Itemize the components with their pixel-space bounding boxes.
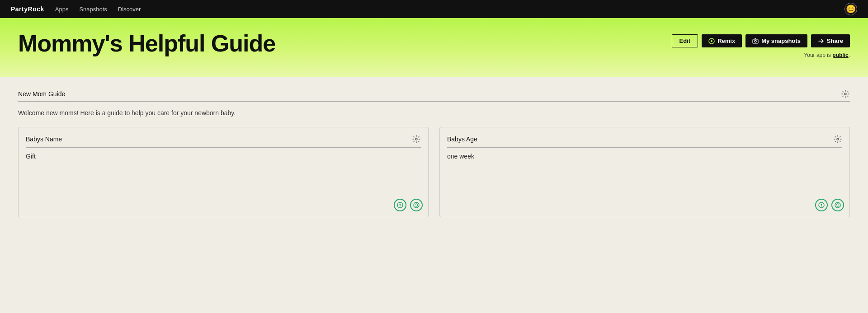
- svg-point-11: [835, 202, 840, 208]
- svg-point-7: [414, 202, 419, 208]
- nav-link-apps[interactable]: Apps: [55, 6, 69, 13]
- babys-age-generate-icon[interactable]: [831, 199, 844, 211]
- guide-label-row: New Mom Guide: [18, 89, 850, 102]
- guide-settings-icon[interactable]: [841, 89, 850, 98]
- app-status: Your app is public.: [804, 52, 850, 58]
- guide-text: Welcome new moms! Here is a guide to hel…: [18, 106, 850, 120]
- babys-name-card: Babys Name Gift: [18, 127, 429, 217]
- navbar: PartyRock Apps Snapshots Discover 😊: [0, 0, 868, 18]
- babys-age-label: Babys Age: [447, 135, 477, 143]
- remix-icon: [708, 38, 715, 44]
- svg-rect-10: [821, 206, 822, 207]
- babys-name-label-row: Babys Name: [26, 135, 421, 148]
- edit-button[interactable]: Edit: [672, 34, 698, 47]
- svg-rect-6: [400, 206, 401, 207]
- babys-name-label: Babys Name: [26, 135, 62, 143]
- share-icon: [818, 38, 824, 44]
- babys-age-card: Babys Age one week: [439, 127, 850, 217]
- nav-link-discover[interactable]: Discover: [118, 6, 141, 13]
- babys-age-value: one week: [447, 153, 474, 160]
- babys-name-footer: [394, 199, 423, 211]
- svg-point-2: [755, 40, 756, 42]
- user-avatar[interactable]: 😊: [844, 3, 857, 15]
- main-content: New Mom Guide Welcome new moms! Here is …: [0, 77, 868, 230]
- svg-point-4: [415, 138, 417, 140]
- svg-rect-1: [753, 39, 758, 43]
- hero-actions: Edit Remix My snapshots: [672, 31, 850, 58]
- guide-widget: New Mom Guide Welcome new moms! Here is …: [18, 89, 850, 120]
- page-title: Mommy's Helpful Guide: [18, 31, 275, 56]
- public-status-link[interactable]: public: [832, 52, 848, 58]
- babys-age-settings-icon[interactable]: [833, 135, 842, 144]
- babys-age-label-row: Babys Age: [447, 135, 842, 148]
- camera-icon: [752, 38, 759, 44]
- avatar-icon: 😊: [846, 5, 856, 13]
- babys-name-bulb-icon[interactable]: [394, 199, 406, 211]
- hero-section: Mommy's Helpful Guide Edit Remix My snap…: [0, 18, 868, 77]
- babys-age-bulb-icon[interactable]: [815, 199, 828, 211]
- guide-label: New Mom Guide: [18, 90, 65, 98]
- my-snapshots-button[interactable]: My snapshots: [745, 34, 807, 47]
- cards-row: Babys Name Gift: [18, 127, 850, 217]
- remix-button[interactable]: Remix: [702, 34, 742, 47]
- hero-buttons-group: Edit Remix My snapshots: [672, 34, 850, 47]
- logo: PartyRock: [11, 5, 44, 13]
- svg-point-8: [837, 138, 839, 140]
- babys-name-settings-icon[interactable]: [412, 135, 421, 144]
- share-button[interactable]: Share: [811, 34, 850, 47]
- babys-name-generate-icon[interactable]: [410, 199, 423, 211]
- svg-point-3: [844, 93, 846, 95]
- babys-name-value: Gift: [26, 153, 36, 160]
- nav-link-snapshots[interactable]: Snapshots: [79, 6, 107, 13]
- babys-age-footer: [815, 199, 844, 211]
